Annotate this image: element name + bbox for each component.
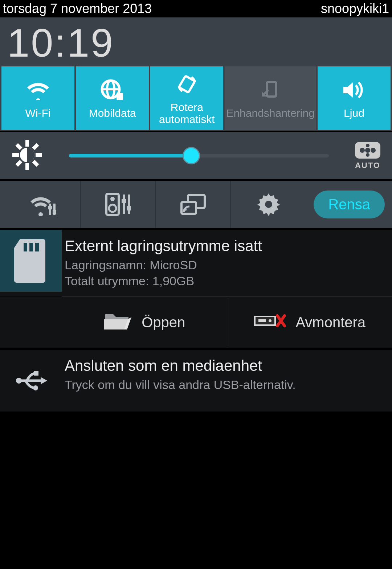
unmount-label: Avmontera xyxy=(295,314,366,331)
svg-rect-3 xyxy=(117,93,123,100)
svg-point-50 xyxy=(33,385,38,390)
clear-button[interactable]: Rensa xyxy=(314,191,385,218)
gear-icon xyxy=(256,192,281,217)
toggle-onehand[interactable]: Enhandshantering xyxy=(225,66,316,130)
svg-line-15 xyxy=(33,144,38,149)
folder-open-icon xyxy=(103,310,132,335)
svg-point-18 xyxy=(360,148,365,153)
svg-rect-33 xyxy=(127,206,131,210)
wifi-settings-icon xyxy=(29,193,58,216)
sd-card-icon xyxy=(0,230,62,292)
svg-rect-49 xyxy=(34,371,38,376)
toggle-label: Wi-Fi xyxy=(24,107,52,119)
notification-area: Externt lagringsutrymme isatt Lagringsna… xyxy=(0,228,392,412)
svg-line-13 xyxy=(17,144,21,149)
open-action[interactable]: Öppen xyxy=(62,297,227,348)
wifi-icon xyxy=(25,77,51,103)
svg-line-14 xyxy=(33,161,38,165)
auto-label: AUTO xyxy=(355,161,380,170)
open-label: Öppen xyxy=(142,314,185,331)
wifi-settings-button[interactable] xyxy=(7,181,81,228)
svg-rect-31 xyxy=(122,199,126,203)
svg-point-21 xyxy=(366,144,369,147)
svg-rect-42 xyxy=(258,319,266,322)
toggle-rotate[interactable]: Rotera automatiskt xyxy=(150,66,223,130)
rotate-icon xyxy=(174,71,200,97)
auto-brightness-button[interactable]: AUTO xyxy=(354,141,381,170)
status-user: snoopykiki1 xyxy=(321,1,389,16)
cast-button[interactable] xyxy=(157,181,231,228)
svg-point-29 xyxy=(109,205,116,212)
svg-rect-24 xyxy=(48,206,52,209)
brightness-row: AUTO xyxy=(0,132,392,179)
equalizer-icon xyxy=(105,192,132,217)
toggle-wifi[interactable]: Wi-Fi xyxy=(1,66,74,130)
svg-line-16 xyxy=(17,161,21,165)
quick-toggle-row: Wi-Fi Mobildata Rotera automatiskt Enhan… xyxy=(0,66,392,131)
brightness-icon xyxy=(11,139,44,173)
notification-storage[interactable]: Externt lagringsutrymme isatt Lagringsna… xyxy=(0,230,392,348)
svg-rect-5 xyxy=(267,82,276,97)
auto-brightness-icon xyxy=(354,141,381,159)
svg-rect-26 xyxy=(53,210,56,214)
notification-title: Ansluten som en mediaenhet xyxy=(65,357,389,374)
usb-icon xyxy=(0,350,62,412)
toggle-mobildata[interactable]: Mobildata xyxy=(76,66,149,130)
toggle-label: Ljud xyxy=(342,107,366,119)
notification-subtitle: Tryck om du vill visa andra USB-alternat… xyxy=(65,377,389,393)
svg-point-22 xyxy=(366,153,369,157)
shortcut-row: Rensa xyxy=(0,181,392,228)
notification-line1: Lagringsnamn: MicroSD xyxy=(65,257,389,273)
sound-settings-button[interactable] xyxy=(82,181,156,228)
toggle-label: Enhandshantering xyxy=(225,107,316,119)
svg-marker-48 xyxy=(41,377,47,384)
svg-marker-7 xyxy=(343,82,353,98)
svg-rect-37 xyxy=(24,243,27,251)
svg-point-43 xyxy=(269,319,271,322)
status-bar: torsdag 7 november 2013 snoopykiki1 xyxy=(0,0,392,17)
notification-title: Externt lagringsutrymme isatt xyxy=(65,237,389,255)
toggle-sound[interactable]: Ljud xyxy=(318,66,391,130)
brightness-slider[interactable] xyxy=(69,154,329,157)
svg-rect-38 xyxy=(29,243,33,251)
svg-point-20 xyxy=(371,148,376,153)
onehand-icon xyxy=(260,77,281,103)
status-date: torsdag 7 november 2013 xyxy=(3,1,152,16)
cast-icon xyxy=(180,193,207,216)
toggle-label: Rotera automatiskt xyxy=(150,101,223,125)
eject-icon xyxy=(253,313,286,332)
notification-line2: Totalt utrymme: 1,90GB xyxy=(65,273,389,289)
notification-usb[interactable]: Ansluten som en mediaenhet Tryck om du v… xyxy=(0,350,392,412)
svg-rect-39 xyxy=(35,243,39,251)
svg-point-19 xyxy=(365,148,370,153)
globe-icon xyxy=(100,77,125,103)
svg-point-28 xyxy=(110,197,115,201)
unmount-action[interactable]: Avmontera xyxy=(227,297,392,348)
svg-point-36 xyxy=(265,201,272,208)
clock-area: 10:19 xyxy=(0,17,392,66)
sound-icon xyxy=(341,77,367,103)
settings-button[interactable] xyxy=(232,181,305,228)
clock-time: 10:19 xyxy=(7,20,385,66)
toggle-label: Mobildata xyxy=(87,107,138,119)
clear-label: Rensa xyxy=(328,196,370,212)
